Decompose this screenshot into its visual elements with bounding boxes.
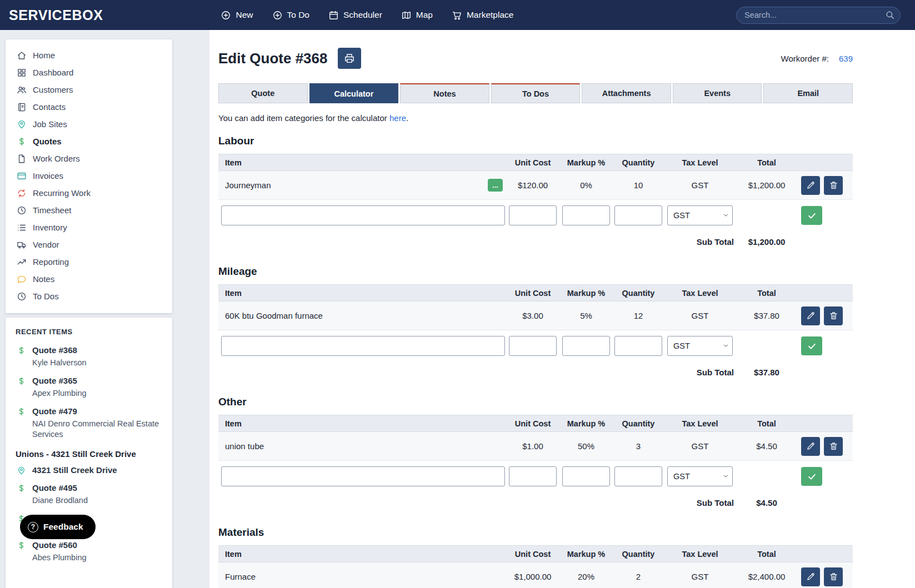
new-unit-cost-input[interactable] [509,336,557,356]
recent-item-text: Quote #368Kyle Halverson [32,345,87,368]
confirm-add-button[interactable] [801,336,822,355]
column-header-markup: Markup % [559,419,613,428]
recent-item-title: 4321 Still Creek Drive [32,465,117,475]
tax-level-select[interactable]: GST [667,466,733,486]
sidebar-item-reporting[interactable]: Reporting [6,253,172,270]
new-item-cell [218,336,506,356]
nav-item-label: To Do [287,10,310,20]
column-header-quantity: Quantity [613,289,664,298]
cell-markup: 20% [559,572,613,581]
pencil-icon [806,572,816,581]
new-markup-input[interactable] [562,205,610,225]
new-unit-cost-input[interactable] [509,205,557,225]
search-icon[interactable] [885,10,895,20]
servicebox-logo[interactable]: SERVICEBOX [9,7,103,23]
new-quantity-input[interactable] [614,466,662,486]
add-categories-link[interactable]: here [389,113,406,123]
nav-item-marketplace[interactable]: Marketplace [452,10,513,21]
new-item-input[interactable] [221,336,505,356]
sidebar-item-contacts[interactable]: Contacts [6,98,172,115]
column-header-quantity: Quantity [613,550,664,559]
recent-group-header[interactable]: Unions - 4321 Still Creek Drive [6,443,172,461]
recent-item[interactable]: Quote #479NAI Denro Commercial Real Esta… [6,403,172,444]
nav-item-scheduler[interactable]: Scheduler [328,10,382,21]
item-cell: 60K btu Goodman furnace [218,311,506,320]
delete-button[interactable] [824,176,843,195]
tab-to-dos[interactable]: To Dos [491,83,581,103]
nav-item-to-do[interactable]: To Do [272,10,310,21]
confirm-add-button[interactable] [801,467,822,486]
workorder-link[interactable]: 639 [839,54,853,63]
confirm-add-button[interactable] [801,206,822,225]
tax-level-select[interactable]: GST [667,336,733,356]
map-icon [401,10,412,21]
tab-quote[interactable]: Quote [218,83,308,103]
item-options-button[interactable]: ... [488,179,503,192]
tab-calculator[interactable]: Calculator [309,83,399,103]
edit-button[interactable] [801,567,820,586]
search-input[interactable] [736,7,901,24]
nav-item-new[interactable]: New [221,10,253,21]
home-icon [17,51,27,61]
print-button[interactable] [338,48,361,69]
tab-email[interactable]: Email [763,83,853,103]
new-markup-input[interactable] [562,466,610,486]
new-quantity-input[interactable] [614,336,662,356]
tab-notes[interactable]: Notes [400,83,489,103]
sidebar-item-timesheet[interactable]: Timesheet [6,202,172,219]
sidebar-item-recurring-work[interactable]: Recurring Work [6,184,172,202]
sidebar-item-quotes[interactable]: Quotes [6,133,172,150]
new-markup-input[interactable] [562,336,610,356]
item-row: Furnace$1,000.0020%2GST$2,400.00 [218,562,853,588]
sidebar-item-work-orders[interactable]: Work Orders [6,150,172,167]
sidebar-item-dashboard[interactable]: Dashboard [6,64,172,81]
item-row: Journeyman...$120.000%10GST$1,200.00 [218,171,853,200]
new-quantity-input[interactable] [614,205,662,225]
sidebar-item-inventory[interactable]: Inventory [6,219,172,236]
sidebar-item-label: Recurring Work [33,188,91,198]
nav-item-label: Scheduler [343,10,382,20]
sidebar-item-job-sites[interactable]: Job Sites [6,115,172,133]
sidebar-item-notes[interactable]: Notes [6,270,172,288]
new-item-input[interactable] [221,205,505,225]
sidebar-item-to-dos[interactable]: To Dos [6,288,172,305]
column-header-unit-cost: Unit Cost [506,550,559,559]
sidebar-item-invoices[interactable]: Invoices [6,167,172,184]
recent-item[interactable]: Quote #368Kyle Halverson [6,341,172,372]
delete-button[interactable] [824,306,843,325]
trend-icon [17,257,27,267]
recent-item[interactable]: Quote #365Apex Plumbing [6,372,172,403]
sidebar-item-label: Customers [33,85,73,94]
delete-button[interactable] [824,567,843,586]
sidebar: HomeDashboardCustomersContactsJob SitesQ… [6,39,172,588]
tab-attachments[interactable]: Attachments [582,83,671,103]
delete-button[interactable] [824,437,843,456]
column-header-markup: Markup % [559,289,613,298]
edit-button[interactable] [801,306,820,325]
recent-item-text: Quote #365Apex Plumbing [32,376,87,399]
list-icon [17,223,27,233]
recent-item[interactable]: 4321 Still Creek Drive [6,461,172,479]
sidebar-item-customers[interactable]: Customers [6,81,172,98]
sidebar-item-label: Contacts [33,102,66,112]
column-header-quantity: Quantity [613,158,664,167]
sidebar-item-label: Quotes [33,137,62,146]
recent-item[interactable]: Quote #560Abes Plumbing [6,536,172,567]
cell-tax: GST [664,572,736,581]
sidebar-item-home[interactable]: Home [6,47,172,64]
recent-item-subtitle: Abes Plumbing [32,552,87,563]
new-item-input[interactable] [221,466,505,486]
edit-button[interactable] [801,437,820,456]
nav-item-map[interactable]: Map [401,10,433,21]
feedback-button[interactable]: ? Feedback [20,515,96,539]
sidebar-item-vendor[interactable]: Vendor [6,236,172,253]
tax-level-select[interactable]: GST [667,205,733,225]
recent-item[interactable]: Quote #495Diane Brodland [6,479,172,510]
column-header-item: Item [218,419,506,428]
column-header-tax-level: Tax Level [664,158,736,167]
row-actions [797,176,853,195]
column-header-item: Item [218,158,506,167]
tab-events[interactable]: Events [673,83,762,103]
edit-button[interactable] [801,176,820,195]
new-unit-cost-input[interactable] [509,466,557,486]
